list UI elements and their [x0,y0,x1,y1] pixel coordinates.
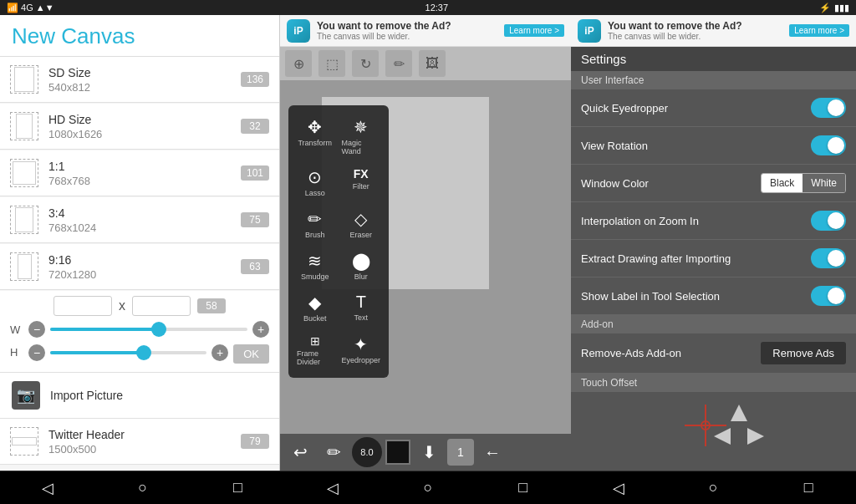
times-symbol: x [119,298,125,313]
canvas-name: 3:4 [48,206,241,220]
twitter-label: Twitter Header [48,428,241,441]
ui-section-header: User Interface [571,71,856,89]
h-plus-button[interactable]: + [211,344,228,361]
custom-count: 58 [197,298,226,313]
transform-icon: ✥ [308,117,322,137]
back-button-3[interactable]: ◁ [606,476,631,501]
ad-text-settings: You want to remove the Ad? The canvas wi… [608,20,782,41]
color-swatch[interactable] [385,440,410,465]
tool-eraser[interactable]: ◇ Eraser [338,204,384,244]
page-button[interactable]: 1 [447,439,474,466]
ad-subtitle-settings: The canvas will be wider. [608,32,782,41]
h-slider-track[interactable] [50,351,206,354]
recent-button-3[interactable]: □ [796,476,821,501]
settings-title: Settings [571,47,856,71]
extract-drawing-toggle[interactable] [811,248,846,268]
toolbar-select-icon[interactable]: ⬚ [318,50,345,77]
tool-transform[interactable]: ✥ Transform [293,112,336,160]
back-button-2[interactable]: ◁ [320,476,345,501]
window-color-black-option[interactable]: Black [762,174,802,192]
canvas-count: 75 [241,212,269,227]
eraser-icon: ◇ [354,209,367,229]
tool-brush[interactable]: ✏ Brush [293,204,336,244]
tool-smudge[interactable]: ≋ Smudge [293,246,336,286]
interpolation-toggle[interactable] [811,211,846,231]
smudge-icon: ≋ [308,251,322,271]
custom-height-input[interactable]: 1000 [132,296,191,316]
learn-more-button[interactable]: Learn more > [504,24,564,37]
touch-offset-section: Touch Offset [571,374,856,459]
back-icon[interactable]: ← [477,437,507,467]
download-icon[interactable]: ⬇ [414,437,444,467]
toolbar-move-icon[interactable]: ⊕ [285,50,312,77]
canvas-size: 1080x1626 [48,128,241,140]
canvas-size: 768x1024 [48,221,241,234]
show-label-toggle[interactable] [811,286,846,306]
tool-eyedropper[interactable]: ✦ Eyedropper [338,329,384,371]
tool-popup: ✥ Transform ✵ Magic Wand ⊙ Lasso FX Filt… [288,105,389,378]
back-button-1[interactable]: ◁ [35,476,60,501]
brush-size-display[interactable]: 8.0 [352,437,382,467]
twitter-header-row[interactable]: Twitter Header 1500x500 79 [0,419,279,465]
list-item[interactable]: 9:16 720x1280 63 [0,244,279,290]
w-slider-track[interactable] [50,328,247,331]
toolbar-image-icon[interactable]: 🖼 [419,50,446,77]
canvas-info: 3:4 768x1024 [48,206,241,234]
w-plus-button[interactable]: + [252,321,269,338]
window-color-toggle: Black White [761,173,846,193]
ok-button[interactable]: OK [233,344,269,364]
svg-marker-4 [714,428,731,445]
canvas-thumb-3-4 [10,206,38,234]
tool-magic-wand[interactable]: ✵ Magic Wand [338,112,384,160]
w-label: W [10,323,23,336]
canvas-name: 1:1 [48,160,241,173]
window-color-white-option[interactable]: White [802,174,845,192]
addon-section-header: Add-on [571,315,856,333]
undo-icon[interactable]: ↩ [285,437,315,467]
ad-icon: iP [287,19,310,43]
import-label: Import Picture [50,389,123,402]
view-rotation-label: View Rotation [581,140,811,152]
home-button-3[interactable]: ○ [701,476,726,501]
list-item[interactable]: HD Size 1080x1626 32 [0,104,279,150]
toggle-thumb [828,250,844,267]
tool-blur[interactable]: ⬤ Blur [338,246,384,286]
home-button-1[interactable]: ○ [130,476,155,501]
remove-ads-button[interactable]: Remove Ads [761,342,846,364]
toggle-thumb [828,137,844,154]
w-minus-button[interactable]: − [28,321,45,338]
home-button-2[interactable]: ○ [415,476,441,501]
toolbar-rotate-icon[interactable]: ↻ [352,50,379,77]
canvas-size: 768x768 [48,175,241,187]
blur-icon: ⬤ [352,251,370,271]
tool-bucket[interactable]: ◆ Bucket [293,288,336,328]
quick-eyedropper-toggle[interactable] [811,98,846,118]
settings-panel: iP You want to remove the Ad? The canvas… [571,15,856,471]
w-slider-row: W − + [10,321,269,338]
toggle-thumb [828,212,844,229]
text-icon: T [356,293,366,312]
recent-button-2[interactable]: □ [511,476,536,501]
tool-lasso[interactable]: ⊙ Lasso [293,162,336,202]
canvas-name: HD Size [48,113,241,126]
h-minus-button[interactable]: − [28,344,45,361]
tool-frame-divider[interactable]: ⊞ Frame Divider [293,329,336,371]
ad-title: You want to remove the Ad? [317,20,497,32]
tool-text[interactable]: T Text [338,288,384,328]
list-item[interactable]: 3:4 768x1024 75 [0,197,279,243]
canvas-info: SD Size 540x812 [48,66,241,94]
canvas-info: HD Size 1080x1626 [48,113,241,140]
recent-button-1[interactable]: □ [225,476,250,501]
show-label-label: Show Label in Tool Selection [581,290,811,303]
custom-width-input[interactable]: 1000 [54,296,112,316]
list-item[interactable]: 1:1 768x768 101 [0,150,279,196]
toolbar-pen-icon[interactable]: ✏ [385,50,412,77]
view-rotation-toggle[interactable] [811,135,846,155]
tool-filter[interactable]: FX Filter [338,162,384,202]
list-item[interactable]: SD Size 540x812 136 [0,57,279,103]
canvas-size: 720x1280 [48,268,241,281]
camera-icon: 📷 [12,381,40,410]
learn-more-settings-button[interactable]: Learn more > [789,24,849,37]
pen-tool-icon[interactable]: ✏ [318,437,349,467]
import-picture-row[interactable]: 📷 Import Picture [0,373,279,419]
